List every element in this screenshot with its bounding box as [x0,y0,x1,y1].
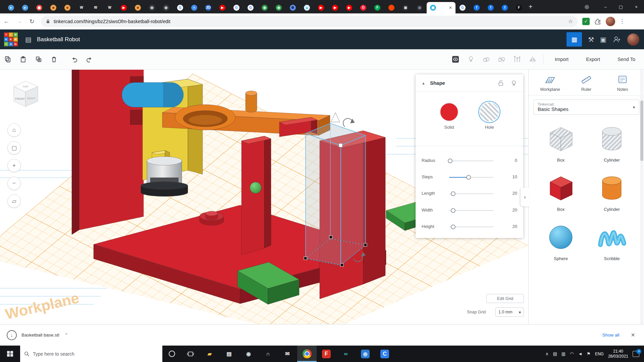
youtube-tab[interactable]: ▶ [117,2,131,13]
slider-knob[interactable] [451,208,455,213]
facebook-tab[interactable]: f [484,2,498,13]
music-bars-tab[interactable]: ≡ [187,2,201,13]
group-button[interactable] [479,52,494,67]
sidebar-collapse-handle[interactable]: › [521,188,529,206]
hidden-icons-icon[interactable]: ∧ [545,351,549,356]
new-tab-button[interactable]: + [529,3,533,11]
cortana-button[interactable] [162,346,181,362]
wikipedia-tab[interactable]: W [89,2,103,13]
green-app-tab[interactable]: ◉ [258,2,272,13]
user-avatar[interactable] [627,34,639,46]
slider-track[interactable] [449,227,493,227]
slider-knob[interactable] [451,225,455,229]
download-menu-caret[interactable]: ⌃ [65,333,68,338]
battery-icon[interactable]: ▥ [561,351,566,356]
shape-card-solid-cylinder[interactable]: Cylinder [586,172,637,212]
cube-front-label[interactable]: FRONT [15,97,25,101]
shape-card-hole-box[interactable]: Box [535,123,586,163]
duplicate-button[interactable] [31,52,46,67]
monkey-tab[interactable]: ☻ [60,2,74,13]
bookmark-star-icon[interactable]: ☆ [568,18,573,24]
home-button[interactable]: ⌂ [7,123,21,137]
align-button[interactable] [509,52,525,67]
black-f-tab[interactable]: F [512,2,526,13]
youtube-music-tab[interactable]: ▶ [328,2,342,13]
shape-card-hole-cylinder[interactable]: Cylinder [586,123,637,163]
drive-tab[interactable]: ▲ [300,2,314,13]
tools-pickaxe-icon[interactable]: ⚒ [588,36,594,44]
shape-card-scribble[interactable]: Scribble [586,221,637,261]
fit-view-button[interactable]: ▢ [7,141,21,155]
zoom-in-button[interactable]: + [7,159,21,172]
file-explorer-taskbar-icon[interactable]: ▰ [200,346,219,362]
import-button[interactable]: Import [546,57,577,62]
monkey-tab[interactable]: ☻ [46,2,60,13]
globe-tab[interactable]: ◍ [159,2,173,13]
language-indicator[interactable]: ENG [595,352,604,356]
wikipedia-tab[interactable]: W [74,2,89,13]
lightroom-tab[interactable]: ▣ [398,2,413,13]
workplane-view-button[interactable]: ▱ [7,194,21,208]
photos-grid-tab[interactable]: ▦ [32,2,46,13]
model-gray-cylinder[interactable] [141,157,188,196]
camera-taskbar-icon[interactable]: ◉ [356,346,375,362]
green-f-tab[interactable]: F [370,2,384,13]
hole-option[interactable]: Hole [480,103,499,130]
slider-knob[interactable] [466,175,471,180]
network-icon[interactable]: ◠ [570,351,574,356]
flag-icon[interactable]: ⚑ [587,351,591,356]
model-blue-cap[interactable] [122,82,183,107]
tablet-mode-icon[interactable]: ▤ [553,351,557,356]
maximize-button[interactable]: ▢ [613,4,629,9]
twitter-tab[interactable]: ▸ [4,2,18,13]
mirror-button[interactable] [525,52,540,67]
green-app-tab[interactable]: ◉ [272,2,286,13]
bricks-icon[interactable]: ▣ [600,36,606,44]
flash-f-taskbar-icon[interactable]: F [317,346,336,362]
tool-workplane[interactable]: Workplane [535,74,565,92]
back-button[interactable]: ← [0,18,13,25]
extensions-puzzle-icon[interactable] [594,18,601,25]
export-button[interactable]: Export [577,57,609,62]
opera-tab[interactable]: O [356,2,370,13]
gear-tab[interactable]: ⚙ [286,2,300,13]
c-app-taskbar-icon[interactable]: C [375,346,394,362]
store-taskbar-icon[interactable]: ▤ [219,346,239,362]
downloaded-file-name[interactable]: Basketball base.stl [21,333,59,338]
edit-grid-button[interactable]: Edit Grid [486,294,524,303]
solid-option[interactable]: Solid [440,103,459,130]
ungroup-button[interactable] [494,52,509,67]
media-hub-icon[interactable]: ◎ [585,4,589,10]
slider-track[interactable] [449,161,493,161]
send-to-button[interactable]: Send To [609,57,644,62]
cube-right-label[interactable]: RIGHT [27,97,36,100]
taskbar-search[interactable] [20,346,162,362]
light-toggle[interactable] [463,52,479,67]
copy-button[interactable] [0,52,15,67]
threed-viewer-tab[interactable]: 3D [201,2,215,13]
loom-taskbar-icon[interactable]: ∞ [336,346,356,362]
youtube-tab[interactable]: ▶ [215,2,229,13]
sidebar-scrollbar[interactable] [640,70,643,324]
shape-library-dropdown[interactable]: Tinkercad Basic Shapes ▾ [533,100,639,115]
redo-button[interactable] [82,52,97,67]
steam-taskbar-icon[interactable]: ◉ [239,346,258,362]
facebook-tab[interactable]: f [470,2,484,13]
invite-person-icon[interactable] [612,36,621,44]
google-tab[interactable]: G [173,2,187,13]
scrollbar-thumb[interactable] [640,101,643,161]
youtube-music-tab[interactable]: ▶ [342,2,356,13]
selected-hole-box[interactable] [306,123,366,265]
facebook-tab[interactable]: f [498,2,512,13]
reddit-tab[interactable] [384,2,398,13]
slider-track[interactable] [449,193,493,194]
solid-swatch[interactable] [440,103,459,121]
slider-knob[interactable] [448,159,452,163]
google-tab[interactable]: G [244,2,258,13]
undo-button[interactable] [66,52,82,67]
lightbulb-icon[interactable] [511,80,517,86]
twitter-tab[interactable]: ▸ [18,2,32,13]
profile-avatar[interactable] [606,17,615,26]
close-download-bar-icon[interactable]: ✕ [631,332,635,338]
address-bar[interactable]: tinkercad.com/things/bzZ2siwsOfm-basketb… [41,16,578,27]
